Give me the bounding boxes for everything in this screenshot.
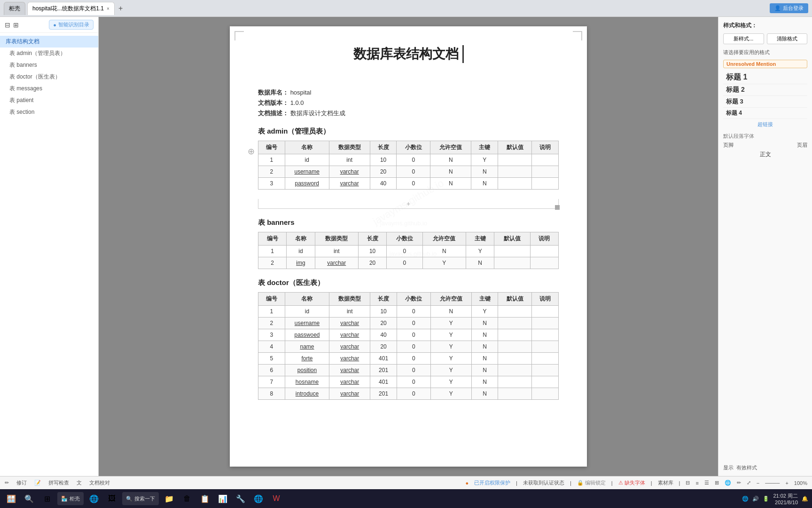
toolbar-icon-4[interactable]: ⊞ bbox=[715, 480, 719, 486]
heading1-button[interactable]: 标题 1 bbox=[723, 71, 807, 84]
taskbar-notification-icon[interactable]: 🔔 bbox=[802, 496, 808, 502]
sidebar-items-list: 库表结构文档 表 admin（管理员表） 表 banners 表 doctor（… bbox=[0, 33, 98, 476]
sidebar: ⊟ ⊞ ● 智能识别目录 库表结构文档 表 admin（管理员表） 表 bann… bbox=[0, 17, 99, 476]
taskbar-time: 21:02 周二 2021/8/10 bbox=[773, 492, 798, 505]
sidebar-item-messages[interactable]: 表 messages bbox=[0, 83, 98, 95]
toolbar-icon-3[interactable]: ☰ bbox=[704, 480, 709, 486]
page-footer-row: 页脚 页眉 bbox=[723, 141, 807, 150]
toolbar-icon-5[interactable]: 🌐 bbox=[725, 480, 731, 486]
divider-2: | bbox=[570, 480, 571, 486]
sidebar-view-icons: ⊟ ⊞ bbox=[5, 21, 19, 29]
taskbar-network-icon[interactable]: 🌐 bbox=[742, 496, 749, 502]
tab-doc-close-icon[interactable]: × bbox=[107, 6, 109, 11]
revision-label: 修订 bbox=[16, 479, 27, 486]
main-layout: ⊟ ⊞ ● 智能识别目录 库表结构文档 表 admin（管理员表） 表 bann… bbox=[0, 17, 812, 476]
zoom-minus[interactable]: − bbox=[757, 480, 759, 486]
table-admin-resize-handle[interactable] bbox=[555, 205, 560, 210]
sidebar-item-doc[interactable]: 库表结构文档 bbox=[0, 36, 98, 48]
browser-chrome: 柜壳 hospital花...统数据库文档1.1 × + 👤 后台登录 bbox=[0, 0, 812, 17]
zoom-slider[interactable]: ──── bbox=[765, 480, 780, 486]
taskbar-sound-icon[interactable]: 🔊 bbox=[752, 496, 759, 502]
taskbar-browser-icon[interactable]: 🌐 bbox=[86, 491, 102, 506]
body-style-button[interactable]: 正文 bbox=[723, 150, 807, 159]
heading3-button[interactable]: 标题 3 bbox=[723, 96, 807, 108]
taskbar-app-store-icon: 🏪 bbox=[61, 496, 68, 502]
table-doctor-heading: 表 doctor（医生表） bbox=[258, 278, 559, 287]
lock-label[interactable]: 🔒 编辑锁定 bbox=[577, 479, 606, 486]
table-row: 8introducevarchar2010YN bbox=[258, 388, 559, 400]
clear-style-button[interactable]: 清除格式 bbox=[767, 33, 808, 44]
login-button[interactable]: 👤 后台登录 bbox=[770, 3, 808, 13]
sidebar-item-section[interactable]: 表 section bbox=[0, 106, 98, 118]
taskbar-app-store[interactable]: 🏪 柜壳 bbox=[57, 492, 84, 505]
taskbar-search-icon[interactable]: 🔍 bbox=[22, 491, 37, 506]
sidebar-item-banners[interactable]: 表 banners bbox=[0, 59, 98, 71]
doc-meta-desc: 文档描述： 数据库设计文档生成 bbox=[258, 109, 559, 118]
taskbar-wps-icon[interactable]: W bbox=[269, 491, 284, 506]
sidebar-icon-1[interactable]: ⊟ bbox=[5, 21, 10, 29]
right-panel-title: 样式和格式： bbox=[723, 22, 807, 30]
taskbar-chrome-icon[interactable]: 🌐 bbox=[251, 491, 266, 506]
table-row: 4namevarchar200YN bbox=[258, 341, 559, 353]
table-admin: 编号 名称 数据类型 长度 小数位 允许空值 主键 默认值 说明 bbox=[258, 141, 559, 190]
sidebar-icon-2[interactable]: ⊞ bbox=[13, 21, 19, 29]
col-decimal: 小数位 bbox=[397, 141, 430, 154]
table-admin-wrapper: 表 admin（管理员表） ⊕ 编号 名称 数据类型 长度 小数位 允许空值 bbox=[258, 127, 559, 209]
taskbar-task-view-icon[interactable]: ⊞ bbox=[39, 491, 55, 506]
table-admin-drag-handle[interactable]: ⊕ bbox=[248, 146, 255, 157]
toolbar-icon-2[interactable]: ≡ bbox=[695, 480, 698, 486]
taskbar-battery-icon[interactable]: 🔋 bbox=[763, 496, 769, 502]
col-pk: 主键 bbox=[471, 141, 498, 154]
table-banners: 编号 名称 数据类型 长度 小数位 允许空值 主键 默认值 说明 bbox=[258, 232, 559, 269]
table-doctor-wrapper: 表 doctor（医生表） 编号 名称 数据类型 长度 小数位 允许空值 主键 … bbox=[258, 278, 559, 400]
table-banners-heading: 表 banners bbox=[258, 218, 559, 227]
tab-store[interactable]: 柜壳 bbox=[4, 2, 25, 15]
table-admin-heading: 表 admin（管理员表） bbox=[258, 127, 559, 136]
smart-toc-button[interactable]: ● 智能识别目录 bbox=[49, 20, 94, 30]
taskbar-right: 🌐 🔊 🔋 21:02 周二 2021/8/10 🔔 bbox=[742, 492, 808, 505]
doc-meta-section: 数据库名： hospital 文档版本： 1.0.0 文档描述： 数据库设计文档… bbox=[258, 88, 559, 118]
taskbar-app-search-icon: 🔍 bbox=[126, 496, 133, 502]
new-style-button[interactable]: 新样式... bbox=[723, 33, 764, 44]
right-panel: 样式和格式： 新样式... 清除格式 请选择要应用的格式 Unresolved … bbox=[718, 17, 812, 476]
sidebar-top: ⊟ ⊞ ● 智能识别目录 bbox=[0, 17, 98, 33]
page-corner-tr bbox=[573, 31, 582, 40]
format-buttons-group: 新样式... 清除格式 bbox=[723, 33, 807, 44]
protect-label[interactable]: 已开启权限保护 bbox=[474, 479, 510, 486]
zoom-plus[interactable]: + bbox=[785, 480, 788, 486]
toolbar-icon-7[interactable]: ⤢ bbox=[747, 480, 751, 486]
taskbar-app4-icon[interactable]: 📊 bbox=[215, 491, 230, 506]
col-len: 长度 bbox=[370, 141, 397, 154]
sidebar-item-patient[interactable]: 表 patient bbox=[0, 95, 98, 106]
table-row: 1idint100NY bbox=[258, 306, 559, 318]
hyperlink-button[interactable]: 超链接 bbox=[723, 121, 807, 128]
doc-meta-version: 文档版本： 1.0.0 bbox=[258, 99, 559, 107]
taskbar-app-search[interactable]: 🔍 搜索一下 bbox=[122, 492, 159, 505]
bottom-bar: ✏ 修订 📝 拼写检查 文 文档校对 ● 已开启权限保护 | 未获取到认证状态 … bbox=[0, 476, 812, 489]
taskbar-date-text: 2021/8/10 bbox=[773, 500, 798, 505]
toolbar-icon-6[interactable]: ✏ bbox=[737, 480, 741, 486]
align-icon: 文 bbox=[77, 479, 82, 486]
verify-label: 未获取到认证状态 bbox=[523, 479, 564, 486]
taskbar-app3-icon[interactable]: 📋 bbox=[197, 491, 212, 506]
taskbar-trash-icon[interactable]: 🗑 bbox=[180, 491, 195, 506]
taskbar-poster-icon[interactable]: 🖼 bbox=[104, 491, 119, 506]
toolbar-icon-1[interactable]: ⊟ bbox=[686, 480, 690, 486]
divider-5: | bbox=[679, 480, 680, 486]
tab-doc[interactable]: hospital花...统数据库文档1.1 × bbox=[27, 2, 115, 15]
taskbar-app5-icon[interactable]: 🔧 bbox=[233, 491, 248, 506]
page-label: 页眉 bbox=[797, 142, 807, 149]
heading2-button[interactable]: 标题 2 bbox=[723, 84, 807, 96]
taskbar-start-icon[interactable]: 🪟 bbox=[4, 491, 19, 506]
taskbar-explorer-icon[interactable]: 📁 bbox=[162, 491, 177, 506]
taskbar-app-store-label: 柜壳 bbox=[70, 495, 80, 502]
heading4-button[interactable]: 标题 4 bbox=[723, 108, 807, 119]
sidebar-item-doctor[interactable]: 表 doctor（医生表） bbox=[0, 71, 98, 83]
sidebar-item-admin[interactable]: 表 admin（管理员表） bbox=[0, 48, 98, 59]
table-doctor: 编号 名称 数据类型 长度 小数位 允许空值 主键 默认值 说明 bbox=[258, 292, 559, 400]
browser-right-controls: 👤 后台登录 bbox=[770, 3, 808, 13]
new-tab-button[interactable]: + bbox=[117, 4, 125, 13]
table-admin-add-row[interactable]: + bbox=[258, 199, 559, 209]
status-dot-icon: ● bbox=[465, 480, 468, 486]
doc-meta-db: 数据库名： hospital bbox=[258, 88, 559, 97]
